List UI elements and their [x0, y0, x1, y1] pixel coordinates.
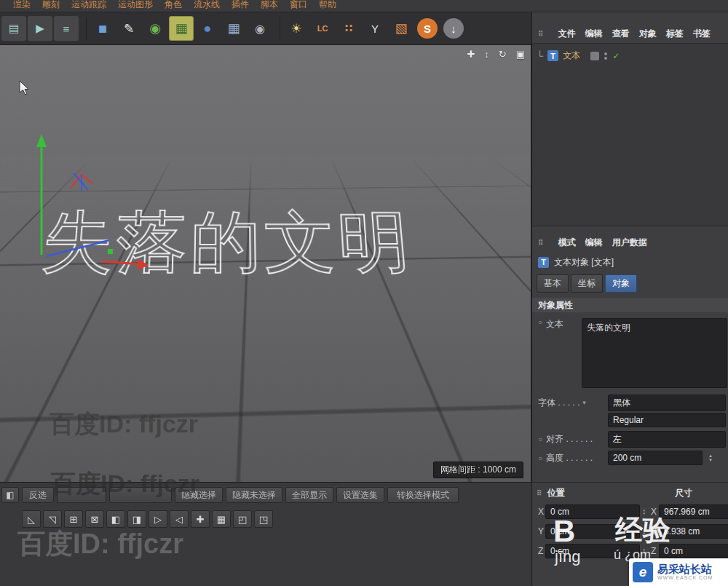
mouse-cursor-icon	[19, 80, 31, 96]
download-icon[interactable]: ↓	[443, 18, 464, 39]
palette-handle-icon[interactable]: ⠿	[538, 239, 543, 247]
palette-handle-icon[interactable]: ⠿	[537, 489, 542, 497]
hide-unselected-button[interactable]: 隐藏未选择	[226, 487, 282, 503]
tab-basic[interactable]: 基本	[537, 274, 569, 293]
camera-icon[interactable]: ◉	[248, 16, 272, 41]
rotate-icon[interactable]: ↻	[499, 49, 507, 60]
keyframe-circle-icon[interactable]: ○	[538, 318, 542, 326]
pen-spline-icon[interactable]: ✎	[116, 16, 141, 41]
enabled-check-icon[interactable]: ✓	[612, 51, 620, 61]
array-generator-icon[interactable]: ▦	[169, 16, 194, 41]
sketch-s-icon[interactable]: S	[417, 18, 438, 39]
tree-item-text[interactable]: └ T 文本 ✓	[537, 50, 620, 62]
menu-motion-tracking[interactable]: 运动跟踪	[71, 0, 106, 10]
stepper-icon[interactable]: ↕	[642, 526, 646, 535]
plane-floor-icon[interactable]: ▦	[221, 16, 246, 41]
keyframe-circle-icon[interactable]: ○	[538, 454, 542, 462]
character-icon[interactable]: Y	[363, 16, 387, 41]
tab-coordinates[interactable]: 坐标	[571, 274, 603, 293]
menu-window[interactable]: 窗口	[290, 0, 307, 10]
menu-script[interactable]: 脚本	[261, 0, 278, 10]
invert-selection-button[interactable]: 反选	[22, 487, 54, 503]
metaball-icon[interactable]: ●	[195, 16, 220, 41]
pos-x-input[interactable]: 0 cm	[545, 504, 640, 519]
chevron-down-icon[interactable]: ▾	[582, 399, 586, 406]
keyframe-circle-icon[interactable]: ○	[538, 435, 542, 443]
size-y-input[interactable]: 5.938 cm	[659, 524, 728, 539]
tab-object[interactable]: 对象	[605, 274, 637, 293]
tool-icon-4[interactable]: ⊠	[85, 510, 104, 528]
easck-logo-icon: e	[633, 562, 653, 582]
convert-selection-mode-button[interactable]: 转换选择模式	[387, 487, 459, 503]
om-menu-tags[interactable]: 标签	[666, 28, 684, 40]
align-dropdown[interactable]: 左	[608, 431, 726, 448]
render-settings-icon[interactable]: ≡	[54, 16, 79, 41]
text-value-input[interactable]: 失落的文明	[582, 318, 727, 388]
font-style-dropdown[interactable]: Regular	[608, 413, 726, 427]
om-menu-view[interactable]: 查看	[612, 28, 630, 40]
tool-icon-7[interactable]: ▷	[149, 510, 167, 528]
tool-icon-9[interactable]: ✚	[191, 510, 210, 528]
tool-icon-3[interactable]: ⊞	[64, 510, 83, 528]
am-menu-edit[interactable]: 编辑	[585, 237, 603, 249]
pan-icon[interactable]: ✚	[467, 49, 475, 60]
om-menu-edit[interactable]: 编辑	[585, 28, 603, 40]
obscured-button-1[interactable]	[57, 487, 106, 503]
tool-icon-1[interactable]: ◺	[22, 510, 41, 528]
deformer-icon[interactable]: ▧	[389, 16, 414, 41]
toolbar-divider	[276, 17, 280, 39]
height-stepper[interactable]: ▲▼	[708, 454, 713, 462]
size-x-input[interactable]: 967.969 cm	[659, 504, 728, 519]
tool-icon-11[interactable]: ◰	[233, 510, 252, 528]
text-object-3d[interactable]: 失落的文明	[38, 199, 416, 289]
stepper-icon[interactable]: ↕	[642, 546, 646, 555]
size-z-input[interactable]: 0 cm	[659, 544, 728, 558]
menu-character[interactable]: 角色	[165, 0, 182, 10]
menu-help[interactable]: 帮助	[319, 0, 336, 10]
menu-pipeline[interactable]: 流水线	[194, 0, 220, 10]
tree-item-label[interactable]: 文本	[563, 50, 580, 62]
scene-lc-icon[interactable]: LC	[310, 16, 335, 41]
viewport-3d[interactable]: 失落的文明 ✚ ↕ ↻ ▣ 网格间距 : 1000 cm	[0, 45, 531, 482]
tool-icon-6[interactable]: ◨	[127, 510, 146, 528]
coord-row-y: Y 0 cm ↕ Y 5.938 cm	[532, 524, 728, 540]
ground-grid	[0, 45, 531, 167]
palette-handle-icon[interactable]: ⠿	[538, 30, 543, 38]
am-menu-mode[interactable]: 模式	[558, 237, 576, 249]
hide-selected-button[interactable]: 隐藏选择	[175, 487, 223, 503]
menu-mograph[interactable]: 运动图形	[118, 0, 153, 10]
om-menu-file[interactable]: 文件	[558, 28, 576, 40]
tool-icon-5[interactable]: ◧	[106, 510, 125, 528]
menu-render[interactable]: 渲染	[13, 0, 31, 10]
pos-y-input[interactable]: 0 cm	[545, 524, 640, 539]
light-icon[interactable]: ☀	[284, 16, 309, 41]
om-menu-object[interactable]: 对象	[639, 28, 657, 40]
tool-icon-12[interactable]: ◳	[254, 510, 273, 528]
dolly-icon[interactable]: ↕	[484, 49, 489, 60]
font-name-dropdown[interactable]: 黑体	[608, 395, 726, 411]
menu-sculpt[interactable]: 雕刻	[42, 0, 60, 10]
show-all-button[interactable]: 全部显示	[285, 487, 333, 503]
font-style-row: Regular	[538, 413, 726, 427]
am-menu-userdata[interactable]: 用户数据	[612, 237, 647, 249]
tool-icon-8[interactable]: ◁	[170, 510, 189, 528]
main-toolbar: ▤ ▶ ≡ ■ ✎ ◉ ▦ ● ▦ ◉ ☀ LC ∷ Y ▧ S ↓	[0, 12, 531, 45]
maximize-icon[interactable]: ▣	[516, 49, 525, 60]
layer-icon[interactable]	[590, 52, 599, 60]
xpresso-icon[interactable]: ∷	[336, 16, 361, 41]
set-selection-button[interactable]: 设置选集	[336, 487, 384, 503]
menu-plugins[interactable]: 插件	[232, 0, 249, 10]
pos-z-input[interactable]: 0 cm	[545, 544, 640, 558]
visibility-dots-icon[interactable]	[604, 52, 607, 60]
om-menu-bookmarks[interactable]: 书签	[693, 28, 711, 40]
tool-icon-10[interactable]: ▦	[212, 510, 231, 528]
tool-icon-2[interactable]: ◹	[43, 510, 62, 528]
render-picture-viewer-icon[interactable]: ▶	[28, 16, 52, 41]
stepper-icon[interactable]: ↕	[642, 507, 646, 515]
subdivision-generator-icon[interactable]: ◉	[143, 16, 167, 41]
add-cube-icon[interactable]: ■	[90, 16, 115, 41]
render-view-icon[interactable]: ▤	[1, 16, 26, 41]
height-input[interactable]: 200 cm	[608, 451, 703, 465]
corner-tool-icon[interactable]: ◧	[1, 487, 19, 503]
obscured-button-2[interactable]	[109, 487, 172, 503]
